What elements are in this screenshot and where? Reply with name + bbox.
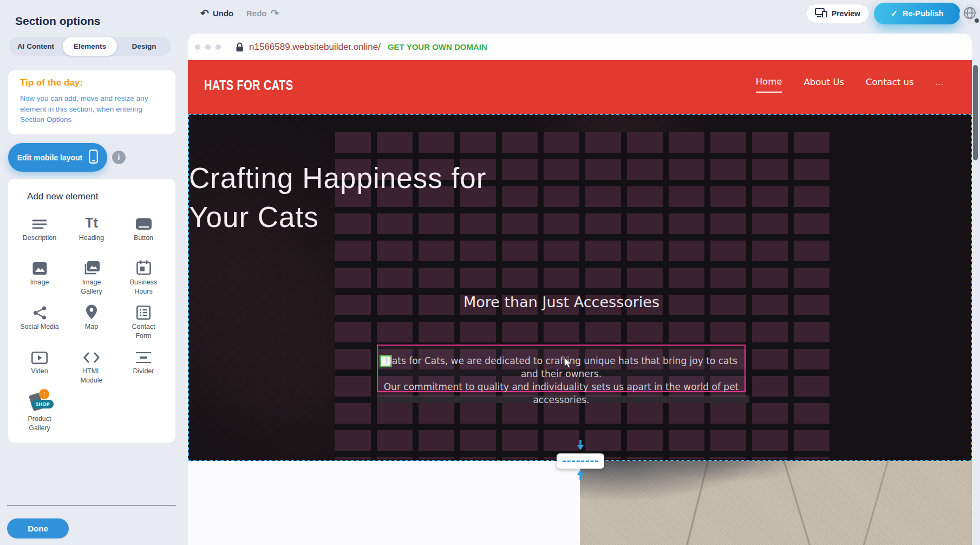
element-grid: Description Tt Heading Button Image [14,211,171,433]
element-shadow-band [377,395,749,403]
nav-more-icon[interactable]: ··· [936,81,944,89]
tab-design[interactable]: Design [117,37,171,56]
add-element-card: Add new element Description Tt Heading B… [8,179,175,443]
preview-scrollbar-thumb[interactable] [973,65,978,160]
browser-dots-icon [195,44,221,50]
map-pin-icon [66,300,117,320]
get-domain-link[interactable]: GET YOUR OWN DOMAIN [388,42,487,51]
info-icon[interactable]: i [112,151,126,164]
tip-body: Now you can add, move and resize any ele… [20,93,165,125]
hero-subtitle[interactable]: More than Just Accessories [189,294,934,310]
site-url: n1566589.websitebuilder.online/ [249,42,381,53]
browser-chrome-bar: n1566589.websitebuilder.online/ GET YOUR… [188,34,972,60]
redo-label: Redo [246,9,267,18]
site-header[interactable]: HATS FOR CATS Home About Us Contact us ·… [188,60,972,114]
image-icon [14,256,66,275]
element-video[interactable]: Video [14,345,66,389]
republish-label: Re-Publish [903,9,944,18]
tab-ai-content[interactable]: AI Content [9,37,63,56]
page-title: Section options [15,15,101,28]
edit-mobile-layout-button[interactable]: Edit mobile layout [8,143,107,172]
republish-button[interactable]: ✓ Re-Publish [874,3,961,24]
language-globe-button[interactable] [959,4,980,24]
element-product-gallery[interactable]: ↑ SHOP Product Gallery [14,389,66,433]
done-label: Done [28,524,48,533]
element-business-hours[interactable]: Business Hours [117,256,169,300]
next-section-left[interactable] [188,461,580,545]
html-module-icon [66,345,117,364]
redo-button[interactable]: Redo ↷ [246,8,279,18]
preview-button[interactable]: Preview [806,4,870,23]
editor-window: ↶ Undo Redo ↷ Preview ✓ Re-Publish Secti… [0,0,980,545]
undo-icon: ↶ [200,8,209,18]
done-button[interactable]: Done [7,518,69,538]
site-nav: Home About Us Contact us ··· [756,76,944,93]
upgrade-arrow-badge: ↑ [39,389,49,399]
undo-button[interactable]: ↶ Undo [200,8,233,18]
undo-label: Undo [213,9,233,18]
element-map[interactable]: Map [66,300,117,345]
nav-contact-us[interactable]: Contact us [866,77,914,92]
panel-divider [7,505,176,506]
element-contact-form[interactable]: Contact Form [117,300,169,345]
devices-icon [815,8,827,19]
resize-arrow-up-icon [576,469,585,482]
tip-title: Tip of the day: [20,77,83,88]
description-element-selected[interactable]: Hats for Cats, we are dedicated to craft… [377,345,746,392]
divider-icon [117,345,169,364]
element-image-gallery[interactable]: Image Gallery [66,256,117,300]
element-divider[interactable]: Divider [117,345,169,389]
heading-icon: Tt [66,211,117,231]
social-media-icon [14,300,66,320]
product-gallery-icon: ↑ SHOP [14,389,66,412]
tab-elements[interactable]: Elements [63,37,117,56]
element-button[interactable]: Button [117,211,169,256]
panel-tabs: AI Content Elements Design [9,37,171,56]
redo-icon: ↷ [271,8,279,18]
nav-about-us[interactable]: About Us [803,77,844,92]
element-heading[interactable]: Tt Heading [66,211,117,256]
resize-dash-line [563,460,598,462]
element-html-module[interactable]: HTML Module [66,345,117,389]
hero-title[interactable]: Crafting Happiness for Your Cats [189,159,934,237]
nav-home[interactable]: Home [756,76,782,93]
check-icon: ✓ [891,9,898,18]
section-resize-handle[interactable] [557,453,604,469]
business-hours-icon [117,256,169,275]
description-icon [14,211,66,231]
lock-icon [236,42,244,52]
globe-status-dot [975,18,979,23]
contact-form-icon [117,300,169,320]
button-icon [117,211,169,231]
preview-label: Preview [832,9,860,18]
add-element-title: Add new element [27,191,98,202]
shop-badge: SHOP [31,400,54,408]
tip-of-the-day-card: Tip of the day: Now you can add, move an… [8,70,175,134]
site-logo[interactable]: HATS FOR CATS [204,77,293,93]
mouse-cursor [564,358,572,371]
element-description[interactable]: Description [14,211,66,256]
phone-icon [89,150,98,165]
resize-arrow-down-icon [576,440,585,453]
element-image[interactable]: Image [14,256,66,300]
video-icon [14,345,66,364]
hero-section-selected[interactable]: Crafting Happiness for Your Cats More th… [188,114,972,461]
element-social-media[interactable]: Social Media [14,300,66,345]
next-section-pavement-image[interactable] [580,461,972,545]
edit-mobile-label: Edit mobile layout [17,153,83,162]
image-gallery-icon [66,256,117,275]
